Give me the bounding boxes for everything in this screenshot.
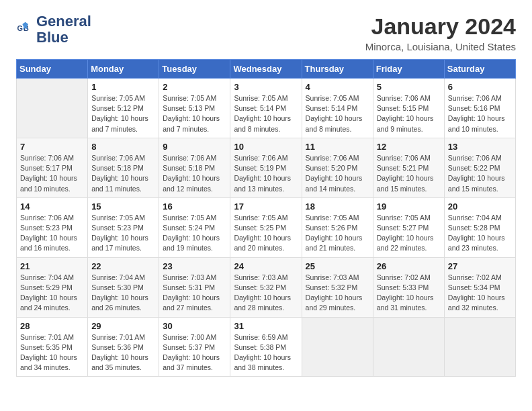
day-info: Sunrise: 7:01 AM Sunset: 5:35 PM Dayligh… bbox=[20, 332, 84, 373]
day-cell: 7Sunrise: 7:06 AM Sunset: 5:17 PM Daylig… bbox=[17, 138, 88, 197]
day-cell: 22Sunrise: 7:04 AM Sunset: 5:30 PM Dayli… bbox=[88, 257, 159, 317]
day-info: Sunrise: 7:02 AM Sunset: 5:34 PM Dayligh… bbox=[448, 273, 512, 314]
day-info: Sunrise: 7:05 AM Sunset: 5:23 PM Dayligh… bbox=[91, 213, 155, 254]
logo-name1: General bbox=[36, 13, 91, 30]
day-info: Sunrise: 7:04 AM Sunset: 5:29 PM Dayligh… bbox=[20, 273, 84, 314]
day-cell: 27Sunrise: 7:02 AM Sunset: 5:34 PM Dayli… bbox=[444, 257, 515, 317]
day-cell: 8Sunrise: 7:06 AM Sunset: 5:18 PM Daylig… bbox=[88, 138, 159, 197]
day-info: Sunrise: 7:06 AM Sunset: 5:20 PM Dayligh… bbox=[306, 153, 369, 194]
week-row-1: 1Sunrise: 7:05 AM Sunset: 5:12 PM Daylig… bbox=[17, 79, 516, 138]
day-cell: 24Sunrise: 7:03 AM Sunset: 5:32 PM Dayli… bbox=[230, 257, 302, 317]
day-number: 22 bbox=[91, 261, 155, 271]
day-cell: 12Sunrise: 7:06 AM Sunset: 5:21 PM Dayli… bbox=[373, 138, 444, 197]
header-row: SundayMondayTuesdayWednesdayThursdayFrid… bbox=[17, 60, 516, 79]
header: G B General Blue January 2024 Minorca, L… bbox=[16, 13, 516, 52]
day-cell: 11Sunrise: 7:06 AM Sunset: 5:20 PM Dayli… bbox=[302, 138, 373, 197]
header-cell-saturday: Saturday bbox=[444, 60, 515, 79]
day-cell: 20Sunrise: 7:04 AM Sunset: 5:28 PM Dayli… bbox=[444, 197, 515, 257]
day-number: 19 bbox=[377, 201, 441, 212]
day-number: 20 bbox=[448, 201, 512, 212]
day-cell: 5Sunrise: 7:06 AM Sunset: 5:15 PM Daylig… bbox=[373, 79, 444, 138]
day-number: 27 bbox=[448, 261, 512, 271]
title-area: January 2024 Minorca, Louisiana, United … bbox=[365, 13, 516, 52]
day-cell: 2Sunrise: 7:05 AM Sunset: 5:13 PM Daylig… bbox=[159, 79, 230, 138]
day-cell: 21Sunrise: 7:04 AM Sunset: 5:29 PM Dayli… bbox=[17, 257, 88, 317]
logo: G B General Blue bbox=[16, 13, 91, 46]
day-cell: 30Sunrise: 7:00 AM Sunset: 5:37 PM Dayli… bbox=[159, 317, 230, 377]
day-cell: 25Sunrise: 7:03 AM Sunset: 5:32 PM Dayli… bbox=[302, 257, 373, 317]
day-info: Sunrise: 7:02 AM Sunset: 5:33 PM Dayligh… bbox=[377, 273, 441, 314]
day-cell: 6Sunrise: 7:06 AM Sunset: 5:16 PM Daylig… bbox=[444, 79, 515, 138]
day-number: 12 bbox=[377, 142, 441, 152]
day-cell: 13Sunrise: 7:06 AM Sunset: 5:22 PM Dayli… bbox=[444, 138, 515, 197]
week-row-2: 7Sunrise: 7:06 AM Sunset: 5:17 PM Daylig… bbox=[17, 138, 516, 197]
day-cell: 29Sunrise: 7:01 AM Sunset: 5:36 PM Dayli… bbox=[88, 317, 159, 377]
day-cell: 9Sunrise: 7:06 AM Sunset: 5:18 PM Daylig… bbox=[159, 138, 230, 197]
day-info: Sunrise: 7:04 AM Sunset: 5:30 PM Dayligh… bbox=[91, 273, 155, 314]
day-cell bbox=[373, 317, 444, 377]
day-info: Sunrise: 6:59 AM Sunset: 5:38 PM Dayligh… bbox=[234, 332, 298, 373]
logo-name2: Blue bbox=[36, 30, 91, 46]
header-cell-monday: Monday bbox=[88, 60, 159, 79]
day-number: 21 bbox=[20, 261, 84, 271]
day-info: Sunrise: 7:06 AM Sunset: 5:22 PM Dayligh… bbox=[448, 153, 512, 194]
day-number: 17 bbox=[234, 201, 298, 212]
day-cell: 17Sunrise: 7:05 AM Sunset: 5:25 PM Dayli… bbox=[230, 197, 302, 257]
day-cell: 15Sunrise: 7:05 AM Sunset: 5:23 PM Dayli… bbox=[88, 197, 159, 257]
day-cell bbox=[17, 79, 88, 138]
day-cell bbox=[444, 317, 515, 377]
day-number: 29 bbox=[91, 321, 155, 331]
day-info: Sunrise: 7:05 AM Sunset: 5:24 PM Dayligh… bbox=[163, 213, 226, 254]
day-info: Sunrise: 7:03 AM Sunset: 5:32 PM Dayligh… bbox=[234, 273, 298, 314]
day-cell: 16Sunrise: 7:05 AM Sunset: 5:24 PM Dayli… bbox=[159, 197, 230, 257]
day-info: Sunrise: 7:03 AM Sunset: 5:31 PM Dayligh… bbox=[163, 273, 226, 314]
day-cell: 1Sunrise: 7:05 AM Sunset: 5:12 PM Daylig… bbox=[88, 79, 159, 138]
day-number: 14 bbox=[20, 201, 84, 212]
day-info: Sunrise: 7:06 AM Sunset: 5:19 PM Dayligh… bbox=[234, 153, 298, 194]
day-cell: 14Sunrise: 7:06 AM Sunset: 5:23 PM Dayli… bbox=[17, 197, 88, 257]
day-info: Sunrise: 7:06 AM Sunset: 5:18 PM Dayligh… bbox=[91, 153, 155, 194]
day-number: 31 bbox=[234, 321, 298, 331]
day-info: Sunrise: 7:01 AM Sunset: 5:36 PM Dayligh… bbox=[91, 332, 155, 373]
day-number: 18 bbox=[306, 201, 369, 212]
day-number: 30 bbox=[163, 321, 226, 331]
day-info: Sunrise: 7:05 AM Sunset: 5:27 PM Dayligh… bbox=[377, 213, 441, 254]
day-number: 28 bbox=[20, 321, 84, 331]
day-number: 16 bbox=[163, 201, 226, 212]
calendar-header: SundayMondayTuesdayWednesdayThursdayFrid… bbox=[17, 60, 516, 79]
day-number: 9 bbox=[163, 142, 226, 152]
day-cell: 31Sunrise: 6:59 AM Sunset: 5:38 PM Dayli… bbox=[230, 317, 302, 377]
day-info: Sunrise: 7:06 AM Sunset: 5:21 PM Dayligh… bbox=[377, 153, 441, 194]
day-number: 3 bbox=[234, 82, 298, 92]
day-number: 7 bbox=[20, 142, 84, 152]
day-number: 6 bbox=[448, 82, 512, 92]
header-cell-wednesday: Wednesday bbox=[230, 60, 302, 79]
day-info: Sunrise: 7:05 AM Sunset: 5:26 PM Dayligh… bbox=[306, 213, 369, 254]
day-number: 25 bbox=[306, 261, 369, 271]
day-number: 5 bbox=[377, 82, 441, 92]
day-cell: 3Sunrise: 7:05 AM Sunset: 5:14 PM Daylig… bbox=[230, 79, 302, 138]
day-number: 2 bbox=[163, 82, 226, 92]
day-info: Sunrise: 7:05 AM Sunset: 5:14 PM Dayligh… bbox=[306, 93, 369, 134]
header-cell-friday: Friday bbox=[373, 60, 444, 79]
day-info: Sunrise: 7:05 AM Sunset: 5:12 PM Dayligh… bbox=[91, 93, 155, 134]
day-info: Sunrise: 7:04 AM Sunset: 5:28 PM Dayligh… bbox=[448, 213, 512, 254]
day-cell: 23Sunrise: 7:03 AM Sunset: 5:31 PM Dayli… bbox=[159, 257, 230, 317]
day-cell: 19Sunrise: 7:05 AM Sunset: 5:27 PM Dayli… bbox=[373, 197, 444, 257]
day-number: 11 bbox=[306, 142, 369, 152]
logo-text: General Blue bbox=[36, 13, 91, 46]
day-number: 10 bbox=[234, 142, 298, 152]
week-row-3: 14Sunrise: 7:06 AM Sunset: 5:23 PM Dayli… bbox=[17, 197, 516, 257]
header-cell-thursday: Thursday bbox=[302, 60, 373, 79]
day-cell bbox=[302, 317, 373, 377]
day-number: 1 bbox=[91, 82, 155, 92]
logo-icon: G B bbox=[16, 20, 35, 39]
day-cell: 18Sunrise: 7:05 AM Sunset: 5:26 PM Dayli… bbox=[302, 197, 373, 257]
day-info: Sunrise: 7:05 AM Sunset: 5:14 PM Dayligh… bbox=[234, 93, 298, 134]
day-info: Sunrise: 7:06 AM Sunset: 5:16 PM Dayligh… bbox=[448, 93, 512, 134]
day-info: Sunrise: 7:06 AM Sunset: 5:17 PM Dayligh… bbox=[20, 153, 84, 194]
day-info: Sunrise: 7:03 AM Sunset: 5:32 PM Dayligh… bbox=[306, 273, 369, 314]
calendar-table: SundayMondayTuesdayWednesdayThursdayFrid… bbox=[16, 59, 516, 377]
week-row-4: 21Sunrise: 7:04 AM Sunset: 5:29 PM Dayli… bbox=[17, 257, 516, 317]
day-number: 15 bbox=[91, 201, 155, 212]
